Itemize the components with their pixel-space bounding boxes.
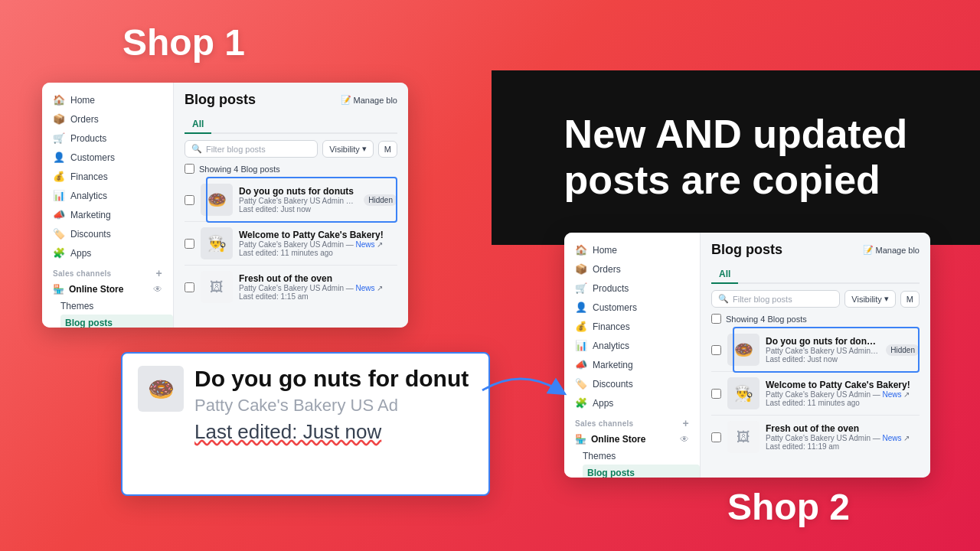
blog-info-3: Fresh out of the oven Patty Cake's Baker… [239, 273, 397, 301]
shop1-main-content: Blog posts 📝 Manage blo All 🔍 Filter blo… [174, 83, 408, 328]
sidebar-item-customers[interactable]: 👤 Customers [42, 148, 173, 167]
s2-blog-checkbox-1[interactable] [711, 345, 721, 355]
blog-channel-link-2[interactable]: News [356, 240, 375, 249]
showing-count: Showing 4 Blog posts [185, 164, 397, 174]
store-icon: 🏪 [53, 284, 64, 295]
s2-blog-checkbox-2[interactable] [711, 389, 721, 399]
sidebar-item-apps[interactable]: 🧩 Apps [42, 243, 173, 262]
s2-blog-info-1: Do you go nuts for donuts Patty Cake's B… [766, 336, 880, 364]
s2-eye-icon[interactable]: 👁 [680, 434, 689, 445]
s2-sidebar-item-customers[interactable]: 👤 Customers [564, 298, 700, 317]
manage-icon: 📝 [341, 95, 351, 105]
analytics-icon: 📊 [53, 190, 65, 201]
blog-date-2: Last edited: 11 minutes ago [239, 249, 397, 257]
s2-toolbar: 🔍 Filter blog posts Visibility ▾ M [711, 290, 920, 308]
blog-info-1: Do you go nuts for donuts Patty Cake's B… [239, 186, 358, 214]
s2-blog-info-3: Fresh out of the oven Patty Cake's Baker… [766, 423, 920, 451]
s2-blog-title-2: Welcome to Patty Cake's Bakery! [766, 380, 920, 390]
s2-showing-count: Showing 4 Blog posts [711, 314, 920, 324]
s2-sidebar-item-discounts[interactable]: 🏷️ Discounts [564, 374, 700, 393]
s2-sidebar-item-marketing[interactable]: 📣 Marketing [564, 355, 700, 374]
tab-all[interactable]: All [185, 116, 211, 134]
s2-blog-item-2: 👨‍🍳 Welcome to Patty Cake's Bakery! Patt… [711, 372, 920, 416]
s2-sub-item-themes[interactable]: Themes [583, 448, 700, 465]
s2-sidebar-item-analytics[interactable]: 📊 Analytics [564, 336, 700, 355]
zoom-card: 🍩 Do you go nuts for donut Patty Cake's … [121, 352, 490, 496]
s2-analytics-icon: 📊 [575, 340, 587, 351]
sidebar-item-finances[interactable]: 💰 Finances [42, 167, 173, 186]
badge-1: Hidden [364, 194, 397, 206]
s2-blog-meta-2: Patty Cake's Bakery US Admin — News ↗ [766, 390, 920, 399]
s2-blog-thumb-1: 🍩 [727, 334, 760, 366]
blog-channel-link-3[interactable]: News [356, 284, 375, 292]
s2-tab-all[interactable]: All [711, 266, 738, 284]
s2-sidebar-item-home[interactable]: 🏠 Home [564, 240, 700, 259]
sidebar-item-home[interactable]: 🏠 Home [42, 90, 173, 109]
s2-sidebar-item-products[interactable]: 🛒 Products [564, 279, 700, 298]
finances-icon: 💰 [53, 171, 65, 182]
search-box[interactable]: 🔍 Filter blog posts [185, 140, 318, 158]
sidebar-item-analytics[interactable]: 📊 Analytics [42, 186, 173, 205]
blog-thumb-1: 🍩 [201, 184, 233, 216]
blog-checkbox-2[interactable] [185, 239, 194, 249]
shop1-sidebar: 🏠 Home 📦 Orders 🛒 Products 👤 Customers 💰… [42, 83, 174, 328]
s2-chevron-icon: ▾ [884, 294, 889, 304]
blog-meta-3: Patty Cake's Bakery US Admin — News ↗ [239, 284, 397, 292]
select-all-checkbox[interactable] [185, 164, 194, 174]
s2-home-icon: 🏠 [575, 244, 587, 256]
s2-finances-icon: 💰 [575, 321, 587, 332]
s2-sidebar-item-finances[interactable]: 💰 Finances [564, 317, 700, 336]
chevron-icon: ▾ [362, 144, 367, 154]
marketing-icon: 📣 [53, 209, 65, 220]
s2-add-channel-btn[interactable]: + [682, 417, 689, 429]
visibility-btn[interactable]: Visibility ▾ [322, 140, 374, 158]
s2-sidebar-item-orders[interactable]: 📦 Orders [564, 259, 700, 279]
shop2-main-content: Blog posts 📝 Manage blo All 🔍 Filter blo… [701, 233, 930, 478]
add-channel-btn[interactable]: + [155, 267, 162, 279]
sidebar-item-discounts[interactable]: 🏷️ Discounts [42, 224, 173, 243]
blog-channel-link-1[interactable]: News [356, 197, 358, 205]
s2-sidebar-item-apps[interactable]: 🧩 Apps [564, 393, 700, 412]
shop2-panel: 🏠 Home 📦 Orders 🛒 Products 👤 Customers 💰… [564, 233, 930, 478]
s2-search-box[interactable]: 🔍 Filter blog posts [711, 290, 840, 308]
zoom-meta: Patty Cake's Bakery US Ad [194, 396, 473, 416]
sidebar-item-marketing[interactable]: 📣 Marketing [42, 205, 173, 224]
s2-blog-channel-link-2[interactable]: News [883, 390, 902, 399]
home-icon: 🏠 [53, 94, 65, 106]
s2-blog-item-3: 🖼 Fresh out of the oven Patty Cake's Bak… [711, 416, 920, 458]
s2-sub-item-blog-posts[interactable]: Blog posts [583, 465, 700, 478]
sub-item-themes[interactable]: Themes [60, 298, 173, 315]
blog-item-1: 🍩 Do you go nuts for donuts Patty Cake's… [185, 178, 397, 222]
blog-thumb-3: 🖼 [201, 271, 233, 303]
blog-title-1: Do you go nuts for donuts [239, 186, 358, 197]
s2-blog-list: 🍩 Do you go nuts for donuts Patty Cake's… [711, 328, 920, 458]
more-btn[interactable]: M [378, 141, 397, 158]
shop2-label: Shop 2 [727, 486, 850, 528]
banner-text: New AND updated posts are copied [564, 112, 908, 204]
sidebar-item-products[interactable]: 🛒 Products [42, 129, 173, 148]
s2-more-btn[interactable]: M [900, 291, 920, 308]
blog-item-2: 👨‍🍳 Welcome to Patty Cake's Bakery! Patt… [185, 222, 397, 266]
s2-blog-channel-link-3[interactable]: News [883, 434, 902, 442]
s2-blog-date-1: Last edited: Just now [766, 355, 880, 364]
s2-visibility-btn[interactable]: Visibility ▾ [844, 290, 896, 308]
s2-select-all-checkbox[interactable] [711, 314, 721, 324]
banner: New AND updated posts are copied [492, 70, 980, 245]
shop2-sidebar: 🏠 Home 📦 Orders 🛒 Products 👤 Customers 💰… [564, 233, 701, 478]
s2-blog-thumb-3: 🖼 [727, 421, 760, 453]
manage-blog-btn[interactable]: 📝 Manage blo [341, 95, 398, 105]
blog-checkbox-3[interactable] [185, 282, 194, 292]
zoom-thumb: 🍩 [138, 366, 184, 412]
s2-apps-icon: 🧩 [575, 397, 587, 409]
s2-manage-blog-btn[interactable]: 📝 Manage blo [863, 245, 920, 255]
sub-item-blog-posts[interactable]: Blog posts [60, 315, 173, 328]
toolbar: 🔍 Filter blog posts Visibility ▾ M [185, 140, 397, 158]
sidebar-item-orders[interactable]: 📦 Orders [42, 109, 173, 129]
s2-blog-item-1: 🍩 Do you go nuts for donuts Patty Cake's… [711, 328, 920, 372]
s2-orders-icon: 📦 [575, 263, 587, 275]
blog-checkbox-1[interactable] [185, 195, 194, 205]
shop1-panel: 🏠 Home 📦 Orders 🛒 Products 👤 Customers 💰… [42, 83, 408, 328]
s2-blog-date-2: Last edited: 11 minutes ago [766, 399, 920, 407]
eye-icon[interactable]: 👁 [153, 284, 162, 295]
s2-blog-checkbox-3[interactable] [711, 432, 721, 442]
